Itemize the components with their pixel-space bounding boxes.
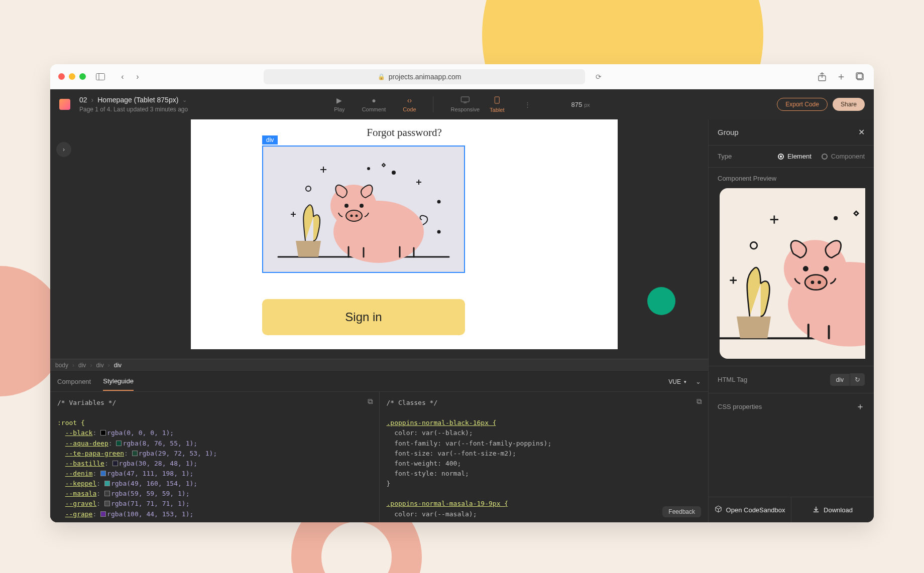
view-mode-switcher: ▶ Play ● Comment ‹› Code [334, 96, 590, 113]
crumb-body[interactable]: body [55, 362, 68, 369]
selected-element[interactable]: div [262, 146, 465, 273]
nav-back-icon[interactable]: ‹ [117, 71, 128, 82]
svg-rect-20 [495, 97, 499, 103]
close-inspector-icon[interactable]: ✕ [858, 127, 865, 137]
selection-tag: div [262, 135, 278, 145]
type-component-option[interactable]: Component [822, 153, 865, 160]
export-code-button[interactable]: Export Code [777, 98, 828, 111]
artboard[interactable]: Forgot password? div Sign in [191, 119, 618, 349]
code-panel-tabs: Component Styleguide VUE ▾ ⌄ [50, 372, 708, 392]
radio-empty-icon [822, 154, 828, 160]
minimize-window-icon[interactable] [69, 73, 75, 80]
css-variable-line: --masala: rgba(59, 59, 59, 1); [57, 489, 372, 499]
project-number: 02 [79, 96, 87, 104]
css-properties-label: CSS properties [718, 403, 762, 410]
css-variable-line: --keppel: rgba(49, 160, 154, 1); [57, 479, 372, 489]
chevron-right-icon: › [91, 96, 94, 104]
code-panel: Component Styleguide VUE ▾ ⌄ ⧉ [50, 372, 708, 522]
css-variable-line: --aqua-deep: rgba(8, 76, 55, 1); [57, 439, 372, 449]
codesandbox-icon [715, 505, 722, 514]
svg-rect-18 [461, 97, 469, 102]
language-select[interactable]: VUE ▾ [668, 378, 686, 385]
close-window-icon[interactable] [58, 73, 65, 80]
window-controls [58, 73, 86, 80]
feedback-button[interactable]: Feedback [662, 506, 701, 517]
dropdown-chevron-icon[interactable]: ⌄ [182, 97, 187, 103]
dom-breadcrumb: body› div› div› div [50, 359, 708, 372]
svg-rect-13 [96, 73, 105, 80]
refresh-tag-icon[interactable]: ↻ [850, 373, 865, 386]
component-preview [720, 188, 865, 359]
project-breadcrumb: 02 › Homepage (Tablet 875px) ⌄ Page 1 of… [79, 96, 188, 113]
open-codesandbox-button[interactable]: Open CodeSandbox [709, 497, 791, 522]
browser-toolbar: ‹ › 🔒 projects.animaapp.com ⟳ ＋ [50, 64, 874, 89]
radio-filled-icon [778, 154, 784, 160]
tab-styleguide[interactable]: Styleguide [103, 372, 134, 391]
inspector-panel: Group ✕ Type Element Comp [708, 119, 874, 522]
anima-logo-icon[interactable] [59, 99, 70, 110]
inspector-title: Group [718, 128, 739, 136]
css-variable-line: --denim: rgba(47, 111, 198, 1); [57, 469, 372, 479]
lock-icon: 🔒 [378, 73, 385, 80]
device-responsive[interactable]: Responsive [451, 96, 480, 113]
download-icon [813, 506, 820, 514]
play-icon: ▶ [336, 96, 342, 104]
sign-in-button[interactable]: Sign in [262, 299, 465, 335]
app-header: 02 › Homepage (Tablet 875px) ⌄ Page 1 of… [50, 89, 874, 119]
css-variable-line: --grape: rgba(100, 44, 153, 1); [57, 509, 372, 519]
share-icon[interactable] [817, 71, 828, 82]
collapse-panel-icon[interactable]: ⌄ [696, 378, 701, 385]
chevron-down-icon: ▾ [684, 379, 686, 384]
type-element-option[interactable]: Element [778, 153, 812, 160]
address-bar[interactable]: 🔒 projects.animaapp.com ⟳ [264, 69, 585, 84]
more-devices-icon[interactable]: ⋮ [521, 101, 534, 108]
anima-app: 02 › Homepage (Tablet 875px) ⌄ Page 1 of… [50, 89, 874, 522]
reload-icon[interactable]: ⟳ [596, 73, 602, 81]
desktop-icon [460, 96, 470, 104]
css-variable-line: --gravel: rgba(71, 71, 71, 1); [57, 499, 372, 509]
copy-icon[interactable]: ⧉ [368, 397, 373, 406]
comment-icon: ● [372, 96, 376, 104]
html-tag-label: HTML Tag [718, 376, 747, 383]
nav-forward-icon[interactable]: › [132, 71, 143, 82]
tab-component[interactable]: Component [57, 373, 91, 390]
new-tab-icon[interactable]: ＋ [836, 71, 847, 82]
add-property-icon[interactable]: ＋ [856, 400, 865, 412]
project-subtitle: Page 1 of 4. Last updated 3 minutes ago [79, 106, 188, 113]
url-text: projects.animaapp.com [389, 73, 461, 81]
sidebar-toggle-icon[interactable] [95, 71, 106, 82]
tablet-icon [494, 96, 500, 105]
cursor-presence-icon [647, 287, 675, 315]
mode-comment[interactable]: ● Comment [362, 96, 386, 112]
canvas-area: › Forgot password? div Sign in body› [50, 119, 708, 522]
crumb-div-current[interactable]: div [114, 362, 122, 369]
browser-window: ‹ › 🔒 projects.animaapp.com ⟳ ＋ 02 › [50, 64, 874, 522]
separator [433, 96, 434, 112]
copy-icon[interactable]: ⧉ [697, 397, 702, 406]
device-tablet[interactable]: Tablet [490, 96, 504, 113]
download-button[interactable]: Download [791, 497, 874, 522]
pig-illustration-preview [720, 188, 865, 359]
crumb-div-1[interactable]: div [78, 362, 86, 369]
tab-overview-icon[interactable] [855, 71, 866, 82]
css-variable-line: --te-papa-green: rgba(29, 72, 53, 1); [57, 449, 372, 459]
code-variables-column[interactable]: ⧉ /* Variables */ :root { --black: rgba(… [50, 392, 379, 522]
code-icon: ‹› [407, 96, 412, 104]
crumb-div-2[interactable]: div [96, 362, 103, 369]
pig-illustration [263, 147, 464, 272]
project-title[interactable]: Homepage (Tablet 875px) [97, 96, 178, 104]
zoom-window-icon[interactable] [79, 73, 86, 80]
type-label: Type [718, 153, 732, 160]
code-classes-column[interactable]: ⧉ /* Classes */ .poppins-normal-black-16… [379, 392, 709, 522]
canvas-width[interactable]: 875 px [571, 101, 590, 108]
css-variable-line: --bastille: rgba(30, 28, 48, 1); [57, 459, 372, 469]
share-button[interactable]: Share [833, 98, 865, 111]
component-preview-label: Component Preview [718, 175, 865, 182]
css-variable-line: --black: rgba(0, 0, 0, 1); [57, 428, 372, 438]
mode-code[interactable]: ‹› Code [403, 96, 416, 112]
html-tag-select[interactable]: div [830, 374, 850, 386]
mode-play[interactable]: ▶ Play [334, 96, 344, 112]
